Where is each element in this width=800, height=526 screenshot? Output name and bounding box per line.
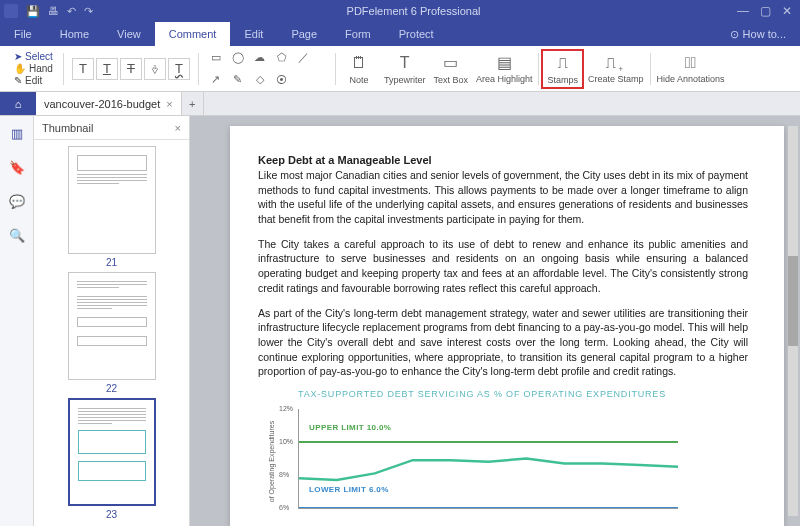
doc-paragraph: Like most major Canadian cities and seni… <box>258 168 748 227</box>
menu-page[interactable]: Page <box>277 22 331 46</box>
textbox-icon: ▭ <box>443 53 458 73</box>
thumbnail-panel: Thumbnail × 21 22 23 <box>34 116 190 526</box>
stamps-icon: ⎍ <box>558 53 568 73</box>
note-icon: 🗒 <box>351 53 367 73</box>
menu-form[interactable]: Form <box>331 22 385 46</box>
chart-plot: of Operating Expenditures 12% 10% 8% 6% … <box>298 409 678 509</box>
select-icon: ➤ <box>14 51 22 62</box>
tool-stamps[interactable]: ⎍ Stamps <box>541 49 584 89</box>
shape-pencil[interactable]: ✎ <box>229 71 247 89</box>
shape-rect[interactable]: ▭ <box>207 49 225 67</box>
tool-select[interactable]: ➤Select <box>12 51 55 62</box>
tool-squiggly[interactable]: T <box>168 58 190 80</box>
thumbnails-icon: ▥ <box>11 126 23 141</box>
chart-lines <box>299 409 678 508</box>
menu-home[interactable]: Home <box>46 22 103 46</box>
chart-ylabel: of Operating Expenditures <box>268 421 275 502</box>
main-area: ▥ 🔖 💬 🔍 Thumbnail × 21 22 23 <box>0 116 800 526</box>
thumbnail-item[interactable]: 22 <box>68 272 156 394</box>
menu-comment[interactable]: Comment <box>155 22 231 46</box>
doc-paragraph: As part of the City's long-term debt man… <box>258 306 748 379</box>
shape-connected[interactable]: ⦿ <box>273 71 291 89</box>
chart-ytick: 12% <box>279 405 293 412</box>
doc-heading: Keep Debt at a Manageable Level <box>258 154 748 166</box>
tool-hand[interactable]: ✋Hand <box>12 63 55 74</box>
chart-ytick: 10% <box>279 438 293 445</box>
tab-close-button[interactable]: × <box>166 98 172 110</box>
shape-eraser[interactable]: ◇ <box>251 71 269 89</box>
tool-note[interactable]: 🗒 Note <box>338 51 380 87</box>
tool-textbox[interactable]: ▭ Text Box <box>429 51 472 87</box>
tool-highlight-text[interactable]: T <box>72 58 94 80</box>
window-title: PDFelement 6 Professional <box>93 5 734 17</box>
search-icon: 🔍 <box>9 228 25 243</box>
minimize-button[interactable]: — <box>734 4 752 18</box>
thumbnail-list: 21 22 23 <box>34 140 189 526</box>
tool-caret[interactable]: ⎀ <box>144 58 166 80</box>
shape-polygon[interactable]: ⬠ <box>273 49 291 67</box>
thumbnail-item[interactable]: 21 <box>68 146 156 268</box>
hide-annot-icon: 👁̸ <box>685 53 697 73</box>
bookmark-icon: 🔖 <box>9 160 25 175</box>
chart-title: TAX-SUPPORTED DEBT SERVICING AS % OF OPE… <box>298 389 748 399</box>
tool-create-stamp[interactable]: ⎍₊ Create Stamp <box>584 51 648 86</box>
sidebar-nav: ▥ 🔖 💬 🔍 <box>0 116 34 526</box>
menu-file[interactable]: File <box>0 22 46 46</box>
thumbnail-title: Thumbnail <box>42 122 93 134</box>
app-icon <box>4 4 18 18</box>
area-highlight-icon: ▤ <box>497 53 512 73</box>
menubar: File Home View Comment Edit Page Form Pr… <box>0 22 800 46</box>
edit-icon: ✎ <box>14 75 22 86</box>
document-viewer: Keep Debt at a Manageable Level Like mos… <box>190 116 800 526</box>
tool-area-highlight[interactable]: ▤ Area Highlight <box>472 51 537 86</box>
menu-edit[interactable]: Edit <box>230 22 277 46</box>
save-icon[interactable]: 💾 <box>26 5 40 18</box>
scrollbar-thumb[interactable] <box>788 256 798 346</box>
document-page: Keep Debt at a Manageable Level Like mos… <box>230 126 784 526</box>
shape-arrow[interactable]: ↗ <box>207 71 225 89</box>
redo-icon[interactable]: ↷ <box>84 5 93 18</box>
tool-edit[interactable]: ✎Edit <box>12 75 55 86</box>
thumbnail-close[interactable]: × <box>175 122 181 134</box>
tool-typewriter[interactable]: T Typewriter <box>380 51 430 87</box>
doc-paragraph: The City takes a careful approach to its… <box>258 237 748 296</box>
menu-howto[interactable]: ⊙ How to... <box>730 22 800 46</box>
menu-view[interactable]: View <box>103 22 155 46</box>
nav-thumbnails[interactable]: ▥ <box>6 122 28 144</box>
tool-strikethrough[interactable]: T <box>120 58 142 80</box>
close-button[interactable]: ✕ <box>778 4 796 18</box>
tabstrip: ⌂ vancouver-2016-budget × + <box>0 92 800 116</box>
howto-icon: ⊙ <box>730 28 739 41</box>
create-stamp-icon: ⎍₊ <box>606 53 626 73</box>
shape-oval[interactable]: ◯ <box>229 49 247 67</box>
thumbnail-item[interactable]: 23 <box>68 398 156 520</box>
chart-ytick: 6% <box>279 504 289 511</box>
nav-comments[interactable]: 💬 <box>6 190 28 212</box>
scrollbar[interactable] <box>788 126 798 516</box>
chart-ytick: 8% <box>279 471 289 478</box>
tool-underline[interactable]: T <box>96 58 118 80</box>
home-icon: ⌂ <box>15 98 22 110</box>
nav-search[interactable]: 🔍 <box>6 224 28 246</box>
home-tab-button[interactable]: ⌂ <box>0 92 36 115</box>
tool-hide-annotations[interactable]: 👁̸ Hide Annotations <box>653 51 729 86</box>
titlebar: 💾 🖶 ↶ ↷ PDFelement 6 Professional — ▢ ✕ <box>0 0 800 22</box>
maximize-button[interactable]: ▢ <box>756 4 774 18</box>
chart: TAX-SUPPORTED DEBT SERVICING AS % OF OPE… <box>258 389 748 509</box>
print-icon[interactable]: 🖶 <box>48 5 59 17</box>
shape-line[interactable]: ／ <box>295 49 313 67</box>
ribbon: ➤Select ✋Hand ✎Edit T T T ⎀ T ▭ ◯ ☁ ⬠ ／ … <box>0 46 800 92</box>
nav-bookmarks[interactable]: 🔖 <box>6 156 28 178</box>
document-tab[interactable]: vancouver-2016-budget × <box>36 92 182 115</box>
shape-cloud[interactable]: ☁ <box>251 49 269 67</box>
typewriter-icon: T <box>400 53 410 73</box>
hand-icon: ✋ <box>14 63 26 74</box>
comment-icon: 💬 <box>9 194 25 209</box>
tab-add-button[interactable]: + <box>182 92 204 115</box>
undo-icon[interactable]: ↶ <box>67 5 76 18</box>
menu-protect[interactable]: Protect <box>385 22 448 46</box>
